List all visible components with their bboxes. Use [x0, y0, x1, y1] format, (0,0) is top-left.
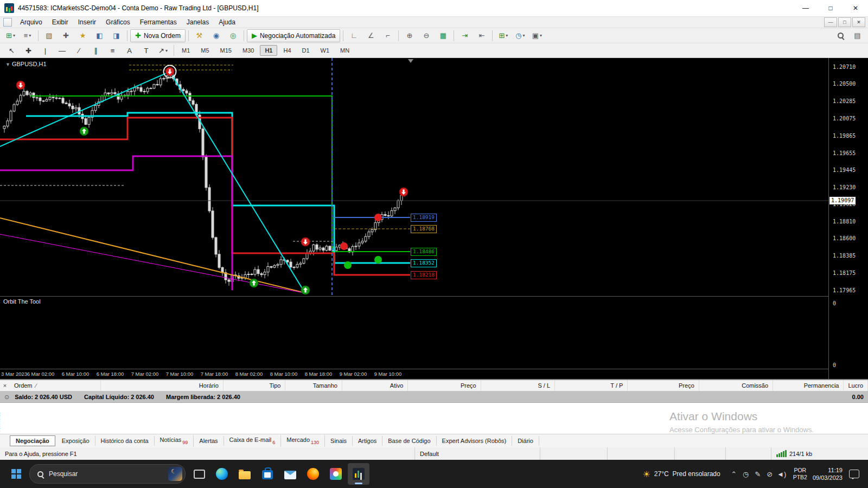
balance-row[interactable]: ⊙ Saldo: 2 026.40 USD Capital Líquido: 2…	[0, 391, 868, 403]
terminal-col-comissao-9[interactable]: Comissão	[699, 380, 773, 391]
cursor-tool-button[interactable]: ↖	[4, 44, 20, 57]
chevron-up-icon[interactable]: ⌃	[728, 467, 740, 480]
indicator-subwindow[interactable]: Orbit The Tool	[0, 296, 828, 369]
menu-item-graficos[interactable]: Gráficos	[101, 17, 135, 27]
maximize-button[interactable]: □	[818, 0, 843, 16]
weather-widget[interactable]: ☀ 27°C Pred ensolarado	[642, 469, 720, 479]
taskbar-app-task-view[interactable]	[188, 463, 210, 485]
terminal-tab-exposicao[interactable]: Exposição	[56, 436, 95, 446]
menu-item-ferramentas[interactable]: Ferramentas	[135, 17, 182, 27]
history-center-button[interactable]: ◎	[225, 29, 241, 42]
metaeditor-button[interactable]: ⚒	[192, 29, 207, 42]
chart-shift-button[interactable]: ⇤	[474, 29, 489, 42]
price-axis[interactable]: 1.207101.205001.202851.200751.198651.196…	[828, 58, 868, 379]
vertical-line-tool-button[interactable]: |	[37, 44, 53, 57]
period-clock-button[interactable]: ◷▾	[512, 29, 528, 42]
terminal-tab-mercado[interactable]: Mercado130	[281, 435, 325, 446]
fibonacci-tool-button[interactable]: ≡	[105, 44, 120, 57]
timeframe-w1[interactable]: W1	[316, 45, 335, 56]
terminal-tab-sinais[interactable]: Sinais	[325, 436, 353, 446]
taskbar-app-mail[interactable]	[279, 463, 301, 485]
terminal-col-horario-1[interactable]: Horário	[101, 380, 224, 391]
pen-icon[interactable]: ✎	[752, 467, 764, 480]
menu-item-janelas[interactable]: Janelas	[182, 17, 214, 27]
channel-tool-button[interactable]: ∥	[88, 44, 104, 57]
terminal-tab-base-de-codigo[interactable]: Base de Código	[382, 436, 436, 446]
child-minimize-button[interactable]: —	[824, 17, 837, 27]
terminal-col-tipo-2[interactable]: Tipo	[224, 380, 285, 391]
screenshot-button[interactable]: ▣▾	[529, 29, 545, 42]
new-order-button[interactable]: ✚Nova Ordem	[130, 29, 186, 42]
terminal-close-icon[interactable]: ×	[0, 382, 10, 389]
charts-layout-3-button[interactable]: ⌐	[380, 29, 395, 42]
add-window-button[interactable]: ⊞▾	[495, 29, 511, 42]
terminal-tab-alertas[interactable]: Alertas	[194, 436, 224, 446]
child-close-button[interactable]: ✕	[852, 17, 865, 27]
print-button[interactable]: ≡▾	[20, 29, 35, 42]
symbol-label[interactable]: ▼GBPUSD,H1	[5, 61, 47, 67]
terminal-strip-label[interactable]: Terminal	[0, 412, 1, 433]
menu-item-exibir[interactable]: Exibir	[47, 17, 73, 27]
volume-icon[interactable]: ◄)	[776, 467, 788, 480]
timeframe-m15[interactable]: M15	[215, 45, 237, 56]
menu-item-arquivo[interactable]: Arquivo	[15, 17, 47, 27]
crosshair-tool-button[interactable]: ✚	[21, 44, 36, 57]
autotrading-button[interactable]: ▶Negociação Automatizada	[247, 29, 340, 42]
navigator-button[interactable]: ◨	[108, 29, 124, 42]
taskbar-app-photos[interactable]	[325, 463, 347, 485]
taskbar-app-store[interactable]	[257, 463, 278, 485]
timeframe-m1[interactable]: M1	[177, 45, 195, 56]
timeframe-d1[interactable]: D1	[297, 45, 315, 56]
time-axis[interactable]: 3 Mar 20236 Mar 02:006 Mar 10:006 Mar 18…	[0, 369, 828, 379]
terminal-col-t-p-7[interactable]: T / P	[555, 380, 628, 391]
cursor-mode-button[interactable]: ✚	[58, 29, 74, 42]
zoom-out-button[interactable]: ⊖	[418, 29, 434, 42]
zoom-in-button[interactable]: ⊕	[401, 29, 417, 42]
timeframe-mn[interactable]: MN	[335, 45, 354, 56]
terminal-col-permanencia-10[interactable]: Permanencia	[773, 380, 844, 391]
terminal-col-preco-8[interactable]: Preço	[628, 380, 699, 391]
timeframe-m30[interactable]: M30	[238, 45, 259, 56]
terminal-tab-noticias[interactable]: Notícias99	[155, 435, 194, 446]
tile-windows-button[interactable]: ▦	[435, 29, 451, 42]
status-profile[interactable]: Default	[415, 447, 540, 460]
taskbar-app-firefox[interactable]	[302, 463, 324, 485]
taskbar-search[interactable]: Pesquisar	[29, 464, 186, 484]
panels-button[interactable]: ▤	[850, 29, 865, 42]
terminal-col-tamanho-3[interactable]: Tamanho	[285, 380, 342, 391]
terminal-col-lucro-11[interactable]: Lucro	[844, 380, 868, 391]
language-indicator[interactable]: POR PTB2	[793, 467, 807, 481]
market-watch-button[interactable]: ◧	[92, 29, 107, 42]
indicators-button[interactable]: ◉	[208, 29, 224, 42]
templates-button[interactable]: ★	[75, 29, 91, 42]
terminal-col-preco-5[interactable]: Preço	[408, 380, 481, 391]
timeframe-m5[interactable]: M5	[196, 45, 214, 56]
new-chart-button[interactable]: ⊞▾	[3, 29, 18, 42]
timeframe-h1[interactable]: H1	[260, 45, 277, 56]
arrows-tool-button[interactable]: ↗▾	[155, 44, 171, 57]
minimize-button[interactable]: —	[793, 0, 818, 16]
taskbar-app-edge[interactable]	[211, 463, 233, 485]
trendline-tool-button[interactable]: ∕	[71, 44, 87, 57]
notification-icon[interactable]	[849, 470, 859, 478]
terminal-col-s-l-6[interactable]: S / L	[481, 380, 555, 391]
horizontal-line-tool-button[interactable]: —	[54, 44, 70, 57]
terminal-col-ordem-0[interactable]: Ordem∕	[10, 380, 101, 391]
terminal-tab-expert-advisors-robos[interactable]: Expert Advisors (Robôs)	[437, 436, 513, 446]
taskbar-app-file-explorer[interactable]	[234, 463, 256, 485]
taskbar-clock[interactable]: 11:19 09/03/2023	[813, 466, 843, 482]
terminal-tab-historico-da-conta[interactable]: Histórico da conta	[95, 436, 155, 446]
timeframe-h4[interactable]: H4	[278, 45, 296, 56]
menu-item-ajuda[interactable]: Ajuda	[214, 17, 240, 27]
text-label-tool-button[interactable]: T	[138, 44, 154, 57]
start-button[interactable]	[5, 463, 27, 485]
child-restore-button[interactable]: □	[838, 17, 851, 27]
terminal-tab-diario[interactable]: Diário	[512, 436, 539, 446]
taskbar-app-metatrader[interactable]	[348, 463, 369, 485]
terminal-tab-negociacao[interactable]: Negociação	[10, 435, 55, 446]
terminal-col-ativo-4[interactable]: Ativo	[342, 380, 408, 391]
clock-tray-icon[interactable]: ◷	[740, 467, 752, 480]
terminal-tab-caixa-de-e-mail[interactable]: Caixa de E-mail6	[224, 435, 282, 446]
text-tool-button[interactable]: A	[122, 44, 137, 57]
charts-layout-2-button[interactable]: ∠	[363, 29, 379, 42]
